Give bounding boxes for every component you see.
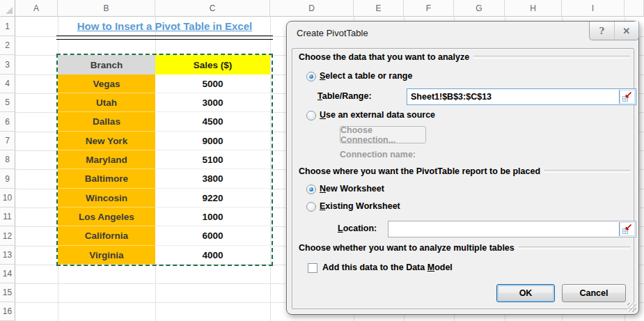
cell-branch[interactable]: Virginia: [58, 246, 155, 265]
row-header-10[interactable]: 10: [0, 189, 15, 208]
select-all-corner[interactable]: [0, 0, 15, 17]
column-header-A[interactable]: A: [15, 0, 58, 17]
resize-grip[interactable]: [627, 303, 636, 312]
cell-branch[interactable]: New York: [58, 132, 155, 150]
add-to-data-model-checkbox[interactable]: [308, 263, 317, 273]
range-picker-glyph: [622, 224, 633, 235]
row-header-13[interactable]: 13: [0, 246, 15, 265]
choose-connection-button[interactable]: Choose Connection...: [340, 126, 426, 143]
row-header-12[interactable]: 12: [0, 226, 15, 246]
radio-new-worksheet[interactable]: [306, 185, 316, 194]
title-double-underline: [56, 36, 273, 40]
range-picker-glyph: [622, 91, 633, 102]
connection-name-label: Connection name:: [340, 150, 416, 159]
radio-use-external-data-source[interactable]: [306, 111, 316, 120]
location-input[interactable]: [388, 221, 636, 237]
radio-label-existing-worksheet[interactable]: Existing Worksheet: [320, 201, 400, 211]
table-range-label: Table/Range:: [317, 91, 372, 101]
row-header-14[interactable]: 14: [0, 265, 15, 283]
section-header-analyze: Choose the data that you want to analyze: [299, 52, 630, 62]
checkbox-label-add-to-data-model[interactable]: Add this data to the Data Model: [322, 263, 453, 272]
worksheet-title: How to Insert a Pivot Table in Excel: [58, 17, 272, 36]
close-icon[interactable]: ✕: [615, 22, 639, 40]
cell-branch[interactable]: Baltimore: [58, 169, 155, 189]
cell-sales[interactable]: 3800: [155, 169, 270, 189]
table-range-input[interactable]: Sheet1!$B$3:$C$13: [407, 88, 636, 105]
cell-branch[interactable]: Maryland: [58, 150, 155, 169]
row-header-2[interactable]: 2: [0, 36, 15, 55]
etched-rule: [519, 246, 630, 249]
cell-branch[interactable]: Vegas: [58, 75, 155, 93]
create-pivottable-dialog: Create PivotTable ? ✕ Choose the data th…: [286, 21, 639, 315]
row-header-7[interactable]: 7: [0, 132, 15, 150]
row-header-6[interactable]: 6: [0, 112, 15, 132]
column-header-D[interactable]: D: [270, 0, 354, 17]
cell-branch[interactable]: Dallas: [58, 112, 155, 132]
column-header-G[interactable]: G: [454, 0, 505, 17]
cell-sales[interactable]: 5100: [155, 150, 270, 169]
excel-window: ABCDEFGHI12345678910111213141516 BranchS…: [0, 0, 644, 321]
row-header-11[interactable]: 11: [0, 208, 15, 226]
row-header-4[interactable]: 4: [0, 75, 15, 93]
section-header-multiple-tables: Choose whether you want to analyze multi…: [299, 243, 630, 253]
cell-branch-header[interactable]: Branch: [58, 55, 155, 75]
row-header-5[interactable]: 5: [0, 93, 15, 112]
help-icon[interactable]: ?: [590, 22, 615, 40]
caption-buttons: ? ✕: [589, 22, 639, 40]
cell-sales[interactable]: 3000: [155, 93, 270, 112]
radio-select-table-or-range[interactable]: [306, 72, 316, 81]
etched-rule: [544, 170, 630, 173]
cell-branch[interactable]: California: [58, 226, 155, 246]
cell-sales[interactable]: 9220: [155, 189, 270, 208]
cell-sales[interactable]: 4000: [155, 246, 270, 265]
column-header-I[interactable]: I: [562, 0, 625, 17]
location-label: Location:: [338, 224, 377, 233]
radio-label-select-table-or-range[interactable]: Select a table or range: [320, 71, 412, 81]
cancel-button[interactable]: Cancel: [562, 284, 626, 302]
radio-label-use-external-data-source[interactable]: Use an external data source: [320, 110, 435, 120]
row-header-15[interactable]: 15: [0, 283, 15, 302]
cell-sales[interactable]: 6000: [155, 226, 270, 246]
section-header-placement: Choose where you want the PivotTable rep…: [299, 166, 630, 176]
dialog-title: Create PivotTable: [297, 28, 368, 38]
cell-sales[interactable]: 4500: [155, 112, 270, 132]
radio-label-new-worksheet[interactable]: New Worksheet: [320, 184, 384, 194]
cell-sales[interactable]: 9000: [155, 132, 270, 150]
cell-sales-header[interactable]: Sales ($): [155, 55, 270, 75]
row-header-3[interactable]: 3: [0, 55, 15, 75]
row-header-9[interactable]: 9: [0, 169, 15, 189]
table-range-value: Sheet1!$B$3:$C$13: [411, 92, 492, 102]
radio-existing-worksheet[interactable]: [306, 202, 316, 212]
row-header-1[interactable]: 1: [0, 17, 15, 36]
column-header-B[interactable]: B: [58, 0, 155, 17]
column-header-F[interactable]: F: [404, 0, 454, 17]
etched-rule: [473, 56, 630, 58]
column-header-C[interactable]: C: [155, 0, 270, 17]
cell-branch[interactable]: Wincosin: [58, 189, 155, 208]
cell-sales[interactable]: 5000: [155, 75, 270, 93]
row-header-16[interactable]: 16: [0, 302, 15, 321]
range-picker-icon[interactable]: [619, 222, 635, 236]
column-header-partial[interactable]: [625, 0, 644, 17]
column-header-E[interactable]: E: [354, 0, 404, 17]
range-picker-icon[interactable]: [619, 90, 635, 104]
row-header-8[interactable]: 8: [0, 150, 15, 169]
column-header-H[interactable]: H: [505, 0, 562, 17]
ok-button[interactable]: OK: [496, 284, 555, 302]
cell-branch[interactable]: Los Angeles: [58, 208, 155, 226]
cell-branch[interactable]: Utah: [58, 93, 155, 112]
cell-sales[interactable]: 1000: [155, 208, 270, 226]
